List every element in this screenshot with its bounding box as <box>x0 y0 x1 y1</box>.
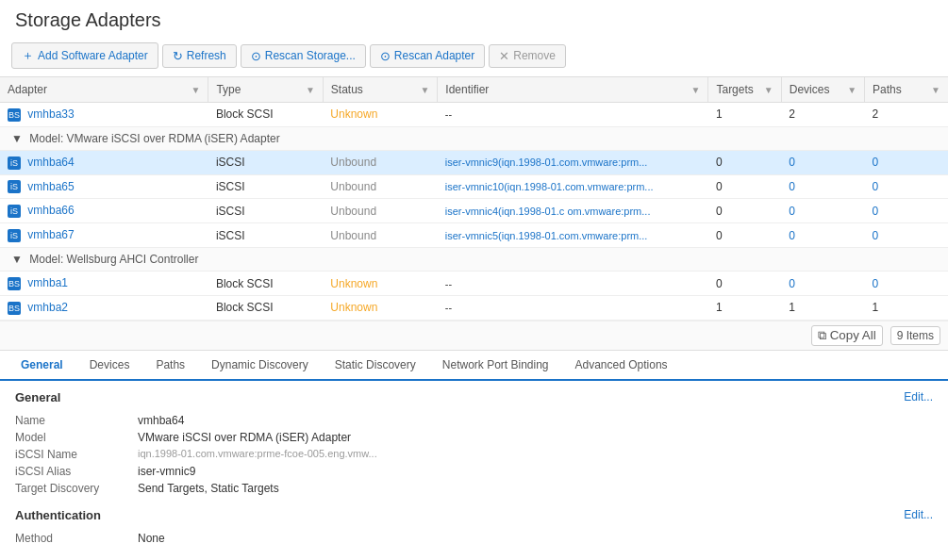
identifier-cell: iser-vmnic4(iqn.1998-01.c om.vmware:prm.… <box>438 199 708 223</box>
adapter-name: vmhba64 <box>27 156 74 169</box>
general-section-header: General Edit... <box>15 390 933 404</box>
properties-panel: General Edit... Name vmhba64 Model VMwar… <box>0 381 948 560</box>
tab-advanced-options[interactable]: Advanced Options <box>562 351 681 381</box>
refresh-button[interactable]: ↻ Refresh <box>162 44 237 68</box>
col-targets[interactable]: Targets▼ <box>708 77 781 103</box>
table-row[interactable]: iS vmhba65 iSCSI Unbound iser-vmnic10(iq… <box>0 174 948 199</box>
table-header-row: Adapter▼ Type▼ Status▼ Identifier▼ Targe… <box>0 77 948 103</box>
targets-sort-icon: ▼ <box>764 85 773 95</box>
adapter-name: vmhba67 <box>27 228 74 241</box>
adapter-icon: iS <box>8 205 21 218</box>
paths-sort-icon: ▼ <box>931 85 940 95</box>
prop-value: vmhba64 <box>138 414 184 427</box>
adapter-name: vmhba33 <box>27 107 74 121</box>
devices-cell: 1 <box>781 295 864 320</box>
col-type[interactable]: Type▼ <box>208 77 323 103</box>
tab-static-discovery[interactable]: Static Discovery <box>322 351 429 381</box>
table-row[interactable]: iS vmhba66 iSCSI Unbound iser-vmnic4(iqn… <box>0 199 948 223</box>
adapter-icon: BS <box>8 108 21 122</box>
group-label: Model: VMware iSCSI over RDMA (iSER) Ada… <box>29 132 279 145</box>
general-edit-link[interactable]: Edit... <box>904 390 933 404</box>
copy-all-button[interactable]: ⧉ Copy All <box>811 325 883 346</box>
adapters-table-container: Adapter▼ Type▼ Status▼ Identifier▼ Targe… <box>0 77 948 351</box>
targets-cell: 0 <box>708 150 781 174</box>
tab-dynamic-discovery[interactable]: Dynamic Discovery <box>198 351 322 381</box>
status-cell: Unknown <box>323 272 437 296</box>
adapter-name: vmhba66 <box>27 204 74 217</box>
col-paths[interactable]: Paths▼ <box>865 77 948 103</box>
rescan-adapter-icon: ⊙ <box>380 49 391 63</box>
remove-icon: ✕ <box>499 49 509 63</box>
table-row[interactable]: iS vmhba64 iSCSI Unbound iser-vmnic9(iqn… <box>0 150 948 174</box>
adapter-name: vmhba65 <box>27 180 74 193</box>
adapter-name: vmhba2 <box>27 301 68 314</box>
table-row[interactable]: iS vmhba67 iSCSI Unbound iser-vmnic5(iqn… <box>0 223 948 248</box>
group-label: Model: Wellsburg AHCI Controller <box>29 253 198 266</box>
paths-cell: 0 <box>865 223 948 248</box>
tabs-bar: GeneralDevicesPathsDynamic DiscoveryStat… <box>0 351 948 381</box>
paths-cell: 0 <box>865 272 948 296</box>
adapter-type-cell: iSCSI <box>208 150 323 174</box>
col-adapter[interactable]: Adapter▼ <box>0 77 208 103</box>
prop-label: Method <box>15 532 138 545</box>
adapters-table: Adapter▼ Type▼ Status▼ Identifier▼ Targe… <box>0 77 948 321</box>
prop-value: VMware iSCSI over RDMA (iSER) Adapter <box>138 431 351 444</box>
prop-label: Name <box>15 414 138 427</box>
storage-adapters-page: Storage Adapters ＋ Add Software Adapter … <box>0 0 948 560</box>
tab-general[interactable]: General <box>8 351 76 381</box>
copy-all-label: Copy All <box>830 328 876 342</box>
id-sort-icon: ▼ <box>691 85 701 95</box>
col-devices[interactable]: Devices▼ <box>781 77 864 103</box>
adapter-icon: iS <box>8 156 21 170</box>
table-row[interactable]: BS vmhba2 Block SCSI Unknown -- 1 1 1 <box>0 295 948 320</box>
table-footer: ⧉ Copy All 9 Items <box>0 321 948 350</box>
devices-cell: 0 <box>781 150 864 174</box>
rescan-adapter-button[interactable]: ⊙ Rescan Adapter <box>370 44 485 68</box>
identifier-cell: iser-vmnic5(iqn.1998-01.com.vmware:prm..… <box>438 223 708 248</box>
prop-value: iqn.1998-01.com.vmware:prme-fcoe-005.eng… <box>138 448 377 461</box>
adapter-type-cell: iSCSI <box>208 223 323 248</box>
adapter-type-cell: Block SCSI <box>208 103 323 127</box>
table-row[interactable]: BS vmhba1 Block SCSI Unknown -- 0 0 0 <box>0 272 948 296</box>
identifier-cell: -- <box>438 295 708 320</box>
targets-cell: 0 <box>708 174 781 199</box>
remove-label: Remove <box>513 49 556 62</box>
property-row: Target Discovery Send Targets, Static Ta… <box>15 480 933 497</box>
auth-edit-link[interactable]: Edit... <box>904 508 933 521</box>
rescan-storage-label: Rescan Storage... <box>265 49 356 62</box>
page-title: Storage Adapters <box>0 0 948 39</box>
adapter-name: vmhba1 <box>27 276 68 289</box>
table-group-row: ▼ Model: Wellsburg AHCI Controller <box>0 248 948 272</box>
targets-cell: 1 <box>708 295 781 320</box>
devices-cell: 0 <box>781 174 864 199</box>
identifier-cell: iser-vmnic10(iqn.1998-01.com.vmware:prm.… <box>438 174 708 199</box>
col-status[interactable]: Status▼ <box>323 77 437 103</box>
devices-cell: 0 <box>781 272 864 296</box>
targets-cell: 0 <box>708 199 781 223</box>
paths-cell: 0 <box>865 174 948 199</box>
table-row[interactable]: BS vmhba33 Block SCSI Unknown -- 1 2 2 <box>0 103 948 127</box>
remove-button[interactable]: ✕ Remove <box>489 44 566 68</box>
group-expand-icon[interactable]: ▼ <box>11 253 23 266</box>
rescan-storage-button[interactable]: ⊙ Rescan Storage... <box>241 44 366 68</box>
general-title: General <box>15 390 60 404</box>
prop-label: iSCSI Name <box>15 448 138 461</box>
tab-network-port-binding[interactable]: Network Port Binding <box>429 351 562 381</box>
status-cell: Unknown <box>323 103 437 127</box>
tab-paths[interactable]: Paths <box>142 351 198 381</box>
status-sort-icon: ▼ <box>420 85 429 95</box>
prop-label: Target Discovery <box>15 482 138 495</box>
group-expand-icon[interactable]: ▼ <box>11 132 23 145</box>
col-identifier[interactable]: Identifier▼ <box>438 77 708 103</box>
devices-cell: 2 <box>781 103 864 127</box>
add-software-adapter-label: Add Software Adapter <box>38 49 148 62</box>
identifier-cell: -- <box>438 272 708 296</box>
devices-cell: 0 <box>781 223 864 248</box>
devices-cell: 0 <box>781 199 864 223</box>
auth-props: Method None <box>15 530 933 547</box>
prop-label: Model <box>15 431 138 444</box>
bottom-panel: GeneralDevicesPathsDynamic DiscoveryStat… <box>0 351 948 560</box>
tab-devices[interactable]: Devices <box>76 351 143 381</box>
identifier-cell: -- <box>438 103 708 127</box>
add-software-adapter-button[interactable]: ＋ Add Software Adapter <box>11 42 158 69</box>
